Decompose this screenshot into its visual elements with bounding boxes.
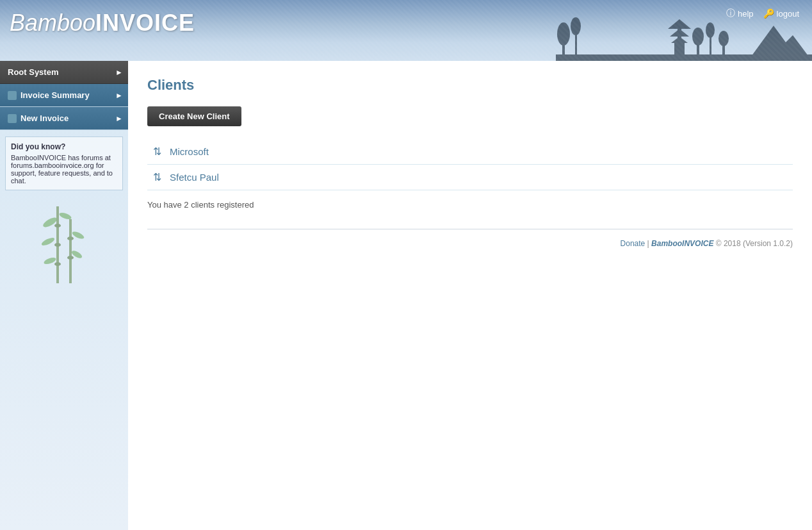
main-content: Clients Create New Client ⇅ Microsoft ⇅ … (128, 61, 812, 530)
svg-rect-0 (562, 35, 565, 61)
key-icon: 🔑 (763, 8, 774, 19)
sort-icon-sfetcu: ⇅ (150, 171, 163, 183)
sidebar-invoice-inner: Invoice Summary (8, 90, 115, 100)
sidebar-invoice-label: Invoice Summary (20, 90, 90, 100)
svg-point-12 (706, 22, 715, 38)
grid-icon-2 (8, 114, 17, 123)
donate-link[interactable]: Donate (621, 239, 646, 248)
chevron-right-icon-3: ► (115, 114, 123, 123)
sidebar-root-inner: Root System (8, 67, 115, 77)
client-name-sfetcu[interactable]: Sfetcu Paul (170, 172, 219, 183)
svg-marker-6 (670, 29, 689, 37)
svg-point-1 (557, 22, 570, 46)
sidebar-newinvoice-inner: New Invoice (8, 113, 115, 123)
svg-rect-8 (674, 43, 685, 61)
did-you-know-box: Did you know? BambooINVOICE has forums a… (5, 137, 123, 190)
logo-invoice: INVOICE (95, 10, 195, 36)
svg-point-21 (54, 243, 61, 247)
svg-rect-13 (722, 40, 725, 61)
client-item-microsoft[interactable]: ⇅ Microsoft (147, 139, 793, 165)
svg-point-3 (571, 17, 581, 35)
client-list: ⇅ Microsoft ⇅ Sfetcu Paul (147, 139, 793, 190)
svg-point-24 (67, 256, 74, 260)
svg-point-20 (54, 224, 61, 228)
svg-marker-15 (748, 26, 799, 61)
logout-label: logout (777, 9, 799, 19)
client-name-microsoft[interactable]: Microsoft (170, 146, 209, 157)
svg-marker-16 (767, 35, 812, 61)
header-nav: ⓘ help 🔑 logout (726, 8, 799, 19)
sidebar-newinvoice-label: New Invoice (20, 113, 69, 123)
svg-rect-11 (710, 32, 711, 61)
svg-rect-4 (678, 29, 681, 61)
svg-point-23 (67, 236, 74, 240)
header: BambooINVOICE ⓘ help 🔑 logout (0, 0, 812, 61)
chevron-right-icon-2: ► (115, 91, 123, 100)
footer-brand-bamboo: Bamboo (651, 239, 682, 248)
question-circle-icon: ⓘ (726, 8, 735, 19)
svg-rect-17 (556, 54, 812, 61)
logo-bamboo: Bamboo (10, 10, 95, 36)
layout: Root System ► Invoice Summary ► New Invo… (0, 61, 812, 530)
footer-brand-link[interactable]: BambooINVOICE (651, 239, 716, 248)
sort-icon-microsoft: ⇅ (150, 145, 163, 158)
svg-point-22 (54, 262, 61, 266)
svg-point-27 (40, 236, 55, 247)
chevron-right-icon: ► (115, 68, 123, 77)
help-link[interactable]: ⓘ help (726, 8, 754, 19)
did-you-know-title: Did you know? (11, 142, 117, 151)
svg-point-14 (719, 31, 729, 46)
logo: BambooINVOICE (10, 10, 195, 37)
clients-count: You have 2 clients registered (147, 200, 793, 210)
svg-point-10 (692, 28, 704, 46)
svg-marker-5 (668, 19, 691, 29)
sidebar-item-root-system[interactable]: Root System ► (0, 61, 128, 84)
create-new-client-button[interactable]: Create New Client (147, 106, 241, 126)
client-item-sfetcu-paul[interactable]: ⇅ Sfetcu Paul (147, 165, 793, 190)
svg-rect-2 (575, 29, 577, 61)
svg-marker-7 (671, 37, 688, 43)
svg-rect-9 (697, 38, 699, 61)
header-landscape (556, 16, 812, 61)
footer-brand-invoice: INVOICE (682, 239, 713, 248)
did-you-know-text: BambooINVOICE has forums at forums.bambo… (11, 154, 117, 185)
help-label: help (738, 9, 754, 19)
sidebar-root-label: Root System (8, 67, 58, 77)
logout-link[interactable]: 🔑 logout (763, 8, 799, 19)
main-footer: Donate | BambooINVOICE © 2018 (Version 1… (147, 229, 793, 248)
sidebar: Root System ► Invoice Summary ► New Invo… (0, 61, 128, 530)
grid-icon (8, 91, 17, 100)
footer-copyright: © 2018 (Version 1.0.2) (716, 239, 793, 248)
sidebar-item-invoice-summary[interactable]: Invoice Summary ► (0, 84, 128, 107)
sidebar-item-new-invoice[interactable]: New Invoice ► (0, 107, 128, 130)
bamboo-decoration (0, 197, 128, 288)
page-title: Clients (147, 77, 793, 94)
